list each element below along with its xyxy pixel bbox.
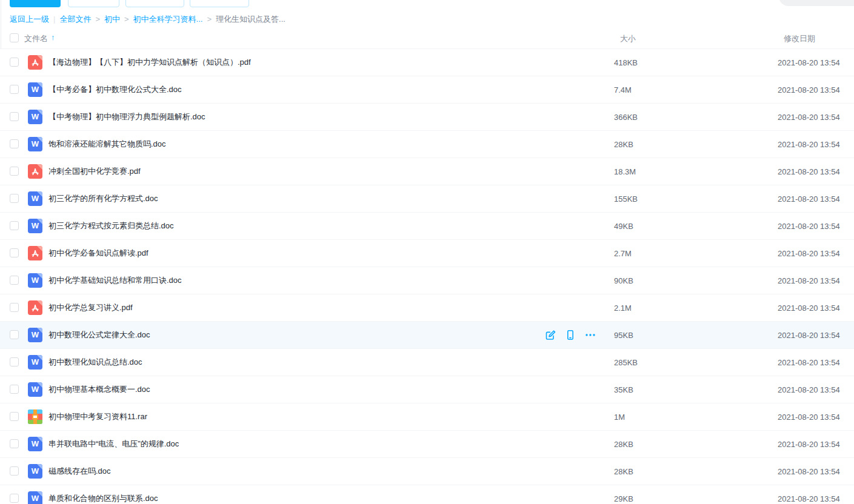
file-name-link[interactable]: 初三化学的所有化学方程式.doc <box>48 193 158 204</box>
word-file-icon: W <box>28 437 42 451</box>
word-file-icon: W <box>28 273 42 288</box>
table-row[interactable]: W 初中化学必备知识点解读.pdf <box>0 240 854 267</box>
table-row[interactable]: W 初中化学总复习讲义.pdf <box>0 294 854 322</box>
toolbar-button-2[interactable] <box>68 0 119 7</box>
row-checkbox[interactable] <box>10 85 19 94</box>
column-header-filename[interactable]: 文件名 <box>24 33 48 44</box>
file-name-link[interactable]: 初中化学基础知识总结和常用口诀.doc <box>48 275 182 286</box>
select-all-checkbox[interactable] <box>10 33 19 42</box>
table-row[interactable]: W 冲刺全国初中化学竞赛.pdf <box>0 158 854 185</box>
toolbar-button-4[interactable] <box>190 0 249 7</box>
acrobat-glyph <box>30 166 41 177</box>
table-row[interactable]: W 初中数理化公式定律大全.doc <box>0 322 854 349</box>
column-header-modified[interactable]: 修改日期 <box>784 33 815 44</box>
file-modified-date: 2021-08-20 13:54 <box>778 113 840 122</box>
word-file-icon: W <box>28 191 42 206</box>
file-size: 28KB <box>614 140 633 149</box>
table-row[interactable]: W 初中物理中考复习资料11.rar <box>0 403 854 431</box>
table-row[interactable]: W 【中考物理】初中物理浮力典型例题解析.doc <box>0 104 854 131</box>
table-row[interactable]: W 磁感线存在吗.doc <box>0 458 854 485</box>
file-name-link[interactable]: 初中化学必备知识点解读.pdf <box>48 248 148 259</box>
table-row[interactable]: W 【海边物理】【八下】初中力学知识点解析（知识点）.pdf <box>0 49 854 76</box>
row-checkbox[interactable] <box>10 112 19 121</box>
acrobat-glyph <box>30 57 41 68</box>
word-file-icon: W <box>28 328 42 342</box>
file-name-link[interactable]: 【中考必备】初中数理化公式大全.doc <box>48 84 182 95</box>
row-checkbox[interactable] <box>10 248 19 257</box>
row-checkbox[interactable] <box>10 167 19 176</box>
row-checkbox[interactable] <box>10 385 19 394</box>
row-checkbox[interactable] <box>10 221 19 230</box>
table-row[interactable]: W 初三化学方程式按元素归类总结.doc <box>0 213 854 240</box>
pdf-file-icon: W <box>28 246 42 260</box>
pdf-file-icon: W <box>28 164 42 179</box>
file-name-link[interactable]: 初中物理基本概念概要一.doc <box>48 384 150 395</box>
breadcrumb-back-link[interactable]: 返回上一级 <box>10 15 49 24</box>
row-checkbox[interactable] <box>10 139 19 148</box>
sort-ascending-icon[interactable]: ↑ <box>51 33 55 42</box>
file-list: W 【海边物理】【八下】初中力学知识点解析（知识点）.pdf <box>0 48 854 504</box>
file-modified-date: 2021-08-20 13:54 <box>778 276 840 285</box>
file-name-link[interactable]: 串并联电路中“电流、电压”的规律.doc <box>48 439 179 449</box>
breadcrumb-item[interactable]: 初中全科学习资料... <box>133 15 203 24</box>
row-checkbox[interactable] <box>10 58 19 67</box>
file-size: 18.3M <box>614 167 636 176</box>
file-size: 90KB <box>614 276 633 285</box>
word-file-icon: W <box>28 355 42 370</box>
search-box[interactable] <box>779 0 854 6</box>
file-size: 7.4M <box>614 85 632 94</box>
file-modified-date: 2021-08-20 13:54 <box>778 85 840 94</box>
file-name-link[interactable]: 【海边物理】【八下】初中力学知识点解析（知识点）.pdf <box>48 57 251 68</box>
acrobat-glyph <box>30 302 41 313</box>
pdf-file-icon: W <box>28 55 42 70</box>
word-file-icon: W <box>28 82 42 97</box>
table-row[interactable]: W 饱和溶液还能溶解其它物质吗.doc <box>0 131 854 158</box>
row-checkbox[interactable] <box>10 357 19 366</box>
acrobat-glyph <box>30 248 41 259</box>
row-checkbox[interactable] <box>10 439 19 448</box>
breadcrumb-separator: > <box>124 15 129 24</box>
file-name-link[interactable]: 初中数理化知识点总结.doc <box>48 357 142 368</box>
file-name-link[interactable]: 初中数理化公式定律大全.doc <box>48 330 150 340</box>
table-row[interactable]: W 串并联电路中“电流、电压”的规律.doc <box>0 431 854 458</box>
file-name-link[interactable]: 【中考物理】初中物理浮力典型例题解析.doc <box>48 111 205 122</box>
breadcrumb-item[interactable]: 初中 <box>104 15 120 24</box>
row-checkbox[interactable] <box>10 330 19 339</box>
table-row[interactable]: W 初三化学的所有化学方程式.doc <box>0 185 854 213</box>
row-checkbox[interactable] <box>10 466 19 476</box>
row-checkbox[interactable] <box>10 276 19 285</box>
row-checkbox[interactable] <box>10 194 19 203</box>
file-size: 49KB <box>614 222 633 231</box>
file-name-link[interactable]: 磁感线存在吗.doc <box>48 466 111 477</box>
column-header-size[interactable]: 大小 <box>620 33 636 44</box>
file-size: 366KB <box>614 113 638 122</box>
breadcrumb-separator: > <box>207 15 212 24</box>
file-name-link[interactable]: 饱和溶液还能溶解其它物质吗.doc <box>48 139 166 150</box>
row-checkbox[interactable] <box>10 412 19 421</box>
file-size: 35KB <box>614 385 633 394</box>
row-checkbox[interactable] <box>10 494 19 503</box>
row-checkbox[interactable] <box>10 303 19 312</box>
breadcrumb-item[interactable]: 全部文件 <box>59 15 91 24</box>
rename-icon[interactable] <box>544 329 556 341</box>
breadcrumb-separator: > <box>95 15 100 24</box>
send-to-phone-icon[interactable] <box>564 329 576 341</box>
file-name-link[interactable]: 初中化学总复习讲义.pdf <box>48 302 133 313</box>
word-file-icon: W <box>28 491 42 504</box>
table-row[interactable]: W 【中考必备】初中数理化公式大全.doc <box>0 76 854 104</box>
file-modified-date: 2021-08-20 13:54 <box>778 140 840 149</box>
word-file-icon: W <box>28 110 42 124</box>
more-actions-icon[interactable] <box>584 329 596 341</box>
file-name-link[interactable]: 冲刺全国初中化学竞赛.pdf <box>48 166 141 177</box>
file-name-link[interactable]: 初三化学方程式按元素归类总结.doc <box>48 220 174 231</box>
table-row[interactable]: W 初中数理化知识点总结.doc <box>0 349 854 376</box>
table-row[interactable]: W 初中物理基本概念概要一.doc <box>0 376 854 403</box>
file-name-link[interactable]: 初中物理中考复习资料11.rar <box>48 411 147 422</box>
file-modified-date: 2021-08-20 13:54 <box>778 222 840 231</box>
file-modified-date: 2021-08-20 13:54 <box>778 58 840 67</box>
table-row[interactable]: W 初中化学基础知识总结和常用口诀.doc <box>0 267 854 294</box>
file-name-link[interactable]: 单质和化合物的区别与联系.doc <box>48 493 158 504</box>
table-row[interactable]: W 单质和化合物的区别与联系.doc <box>0 485 854 504</box>
toolbar-primary-button[interactable] <box>10 0 61 7</box>
toolbar-button-3[interactable] <box>125 0 184 7</box>
